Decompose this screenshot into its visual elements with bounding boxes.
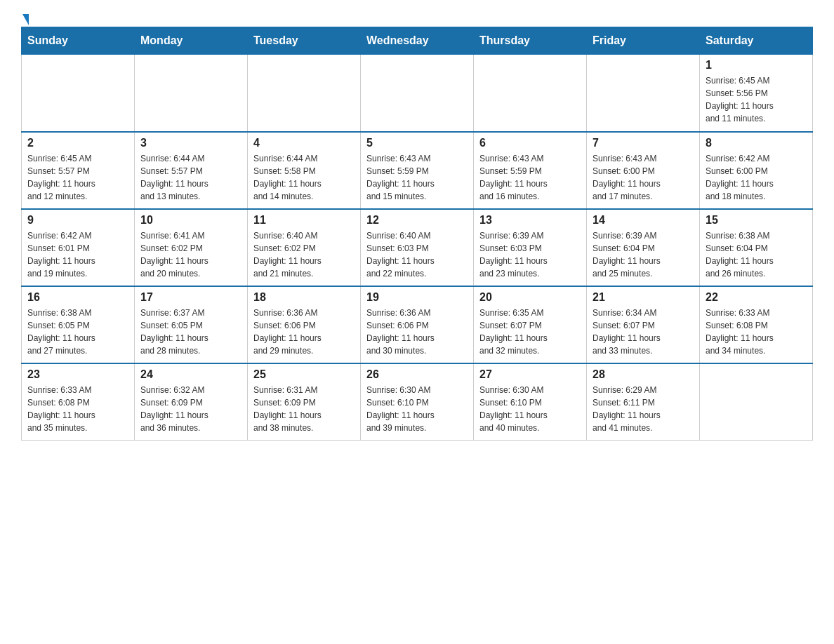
calendar-cell: 27Sunrise: 6:30 AM Sunset: 6:10 PM Dayli… bbox=[474, 363, 587, 441]
day-info: Sunrise: 6:39 AM Sunset: 6:04 PM Dayligh… bbox=[593, 229, 694, 280]
day-number: 18 bbox=[253, 291, 355, 304]
day-info: Sunrise: 6:30 AM Sunset: 6:10 PM Dayligh… bbox=[366, 384, 468, 434]
day-number: 23 bbox=[27, 368, 128, 381]
day-info: Sunrise: 6:38 AM Sunset: 6:04 PM Dayligh… bbox=[706, 229, 807, 280]
day-info: Sunrise: 6:36 AM Sunset: 6:06 PM Dayligh… bbox=[253, 307, 355, 357]
column-header-friday: Friday bbox=[587, 27, 700, 55]
day-number: 8 bbox=[706, 137, 807, 149]
day-number: 7 bbox=[593, 137, 694, 149]
day-number: 15 bbox=[706, 214, 807, 227]
day-number: 4 bbox=[253, 137, 355, 149]
day-info: Sunrise: 6:39 AM Sunset: 6:03 PM Dayligh… bbox=[479, 229, 581, 280]
column-header-monday: Monday bbox=[135, 27, 248, 55]
calendar-cell bbox=[587, 55, 700, 132]
day-info: Sunrise: 6:44 AM Sunset: 5:58 PM Dayligh… bbox=[253, 152, 355, 203]
calendar-cell: 28Sunrise: 6:29 AM Sunset: 6:11 PM Dayli… bbox=[587, 363, 700, 441]
calendar-cell: 22Sunrise: 6:33 AM Sunset: 6:08 PM Dayli… bbox=[700, 286, 813, 363]
day-info: Sunrise: 6:43 AM Sunset: 5:59 PM Dayligh… bbox=[366, 152, 468, 203]
logo-triangle-icon bbox=[22, 14, 29, 25]
calendar-cell bbox=[700, 363, 813, 441]
day-number: 24 bbox=[140, 368, 241, 381]
calendar-cell bbox=[361, 55, 474, 132]
day-info: Sunrise: 6:36 AM Sunset: 6:06 PM Dayligh… bbox=[366, 307, 468, 357]
day-number: 11 bbox=[253, 214, 355, 227]
calendar-cell: 24Sunrise: 6:32 AM Sunset: 6:09 PM Dayli… bbox=[135, 363, 248, 441]
calendar-cell: 7Sunrise: 6:43 AM Sunset: 6:00 PM Daylig… bbox=[587, 132, 700, 209]
day-info: Sunrise: 6:45 AM Sunset: 5:57 PM Dayligh… bbox=[27, 152, 128, 203]
day-info: Sunrise: 6:42 AM Sunset: 6:01 PM Dayligh… bbox=[27, 229, 128, 280]
day-number: 2 bbox=[27, 137, 128, 149]
calendar-cell: 25Sunrise: 6:31 AM Sunset: 6:09 PM Dayli… bbox=[248, 363, 361, 441]
day-info: Sunrise: 6:43 AM Sunset: 6:00 PM Dayligh… bbox=[593, 152, 694, 203]
column-header-tuesday: Tuesday bbox=[248, 27, 361, 55]
day-number: 20 bbox=[479, 291, 581, 304]
page-header bbox=[21, 14, 813, 20]
calendar-week-row: 23Sunrise: 6:33 AM Sunset: 6:08 PM Dayli… bbox=[22, 363, 813, 441]
calendar-cell: 16Sunrise: 6:38 AM Sunset: 6:05 PM Dayli… bbox=[22, 286, 135, 363]
calendar-cell: 2Sunrise: 6:45 AM Sunset: 5:57 PM Daylig… bbox=[22, 132, 135, 209]
day-info: Sunrise: 6:34 AM Sunset: 6:07 PM Dayligh… bbox=[593, 307, 694, 357]
day-number: 14 bbox=[593, 214, 694, 227]
day-info: Sunrise: 6:40 AM Sunset: 6:02 PM Dayligh… bbox=[253, 229, 355, 280]
column-header-sunday: Sunday bbox=[22, 27, 135, 55]
calendar-cell: 4Sunrise: 6:44 AM Sunset: 5:58 PM Daylig… bbox=[248, 132, 361, 209]
day-info: Sunrise: 6:40 AM Sunset: 6:03 PM Dayligh… bbox=[366, 229, 468, 280]
calendar-cell bbox=[135, 55, 248, 132]
day-info: Sunrise: 6:32 AM Sunset: 6:09 PM Dayligh… bbox=[140, 384, 241, 434]
calendar-cell: 10Sunrise: 6:41 AM Sunset: 6:02 PM Dayli… bbox=[135, 209, 248, 286]
column-header-saturday: Saturday bbox=[700, 27, 813, 55]
calendar-cell: 6Sunrise: 6:43 AM Sunset: 5:59 PM Daylig… bbox=[474, 132, 587, 209]
day-info: Sunrise: 6:44 AM Sunset: 5:57 PM Dayligh… bbox=[140, 152, 241, 203]
calendar-cell: 12Sunrise: 6:40 AM Sunset: 6:03 PM Dayli… bbox=[361, 209, 474, 286]
day-number: 1 bbox=[706, 59, 807, 72]
day-number: 5 bbox=[366, 137, 468, 149]
day-number: 6 bbox=[479, 137, 581, 149]
calendar-cell: 20Sunrise: 6:35 AM Sunset: 6:07 PM Dayli… bbox=[474, 286, 587, 363]
calendar-cell: 8Sunrise: 6:42 AM Sunset: 6:00 PM Daylig… bbox=[700, 132, 813, 209]
day-info: Sunrise: 6:29 AM Sunset: 6:11 PM Dayligh… bbox=[593, 384, 694, 434]
day-number: 9 bbox=[27, 214, 128, 227]
day-number: 27 bbox=[479, 368, 581, 381]
day-number: 28 bbox=[593, 368, 694, 381]
calendar-cell: 15Sunrise: 6:38 AM Sunset: 6:04 PM Dayli… bbox=[700, 209, 813, 286]
column-header-thursday: Thursday bbox=[474, 27, 587, 55]
day-number: 21 bbox=[593, 291, 694, 304]
calendar-table: SundayMondayTuesdayWednesdayThursdayFrid… bbox=[21, 27, 813, 441]
calendar-cell: 26Sunrise: 6:30 AM Sunset: 6:10 PM Dayli… bbox=[361, 363, 474, 441]
calendar-cell bbox=[248, 55, 361, 132]
calendar-cell: 3Sunrise: 6:44 AM Sunset: 5:57 PM Daylig… bbox=[135, 132, 248, 209]
day-info: Sunrise: 6:30 AM Sunset: 6:10 PM Dayligh… bbox=[479, 384, 581, 434]
calendar-cell: 17Sunrise: 6:37 AM Sunset: 6:05 PM Dayli… bbox=[135, 286, 248, 363]
calendar-cell: 14Sunrise: 6:39 AM Sunset: 6:04 PM Dayli… bbox=[587, 209, 700, 286]
calendar-week-row: 9Sunrise: 6:42 AM Sunset: 6:01 PM Daylig… bbox=[22, 209, 813, 286]
calendar-cell: 1Sunrise: 6:45 AM Sunset: 5:56 PM Daylig… bbox=[700, 55, 813, 132]
calendar-cell: 13Sunrise: 6:39 AM Sunset: 6:03 PM Dayli… bbox=[474, 209, 587, 286]
day-info: Sunrise: 6:42 AM Sunset: 6:00 PM Dayligh… bbox=[706, 152, 807, 203]
day-info: Sunrise: 6:33 AM Sunset: 6:08 PM Dayligh… bbox=[27, 384, 128, 434]
calendar-week-row: 1Sunrise: 6:45 AM Sunset: 5:56 PM Daylig… bbox=[22, 55, 813, 132]
day-number: 19 bbox=[366, 291, 468, 304]
calendar-cell: 19Sunrise: 6:36 AM Sunset: 6:06 PM Dayli… bbox=[361, 286, 474, 363]
day-info: Sunrise: 6:35 AM Sunset: 6:07 PM Dayligh… bbox=[479, 307, 581, 357]
day-number: 12 bbox=[366, 214, 468, 227]
calendar-cell: 23Sunrise: 6:33 AM Sunset: 6:08 PM Dayli… bbox=[22, 363, 135, 441]
day-number: 17 bbox=[140, 291, 241, 304]
day-info: Sunrise: 6:41 AM Sunset: 6:02 PM Dayligh… bbox=[140, 229, 241, 280]
day-info: Sunrise: 6:33 AM Sunset: 6:08 PM Dayligh… bbox=[706, 307, 807, 357]
day-info: Sunrise: 6:45 AM Sunset: 5:56 PM Dayligh… bbox=[706, 74, 807, 125]
day-number: 26 bbox=[366, 368, 468, 381]
calendar-week-row: 16Sunrise: 6:38 AM Sunset: 6:05 PM Dayli… bbox=[22, 286, 813, 363]
day-number: 13 bbox=[479, 214, 581, 227]
calendar-cell: 11Sunrise: 6:40 AM Sunset: 6:02 PM Dayli… bbox=[248, 209, 361, 286]
day-number: 16 bbox=[27, 291, 128, 304]
column-header-wednesday: Wednesday bbox=[361, 27, 474, 55]
calendar-cell bbox=[474, 55, 587, 132]
calendar-cell: 5Sunrise: 6:43 AM Sunset: 5:59 PM Daylig… bbox=[361, 132, 474, 209]
day-info: Sunrise: 6:37 AM Sunset: 6:05 PM Dayligh… bbox=[140, 307, 241, 357]
day-number: 3 bbox=[140, 137, 241, 149]
logo bbox=[21, 14, 29, 20]
day-info: Sunrise: 6:38 AM Sunset: 6:05 PM Dayligh… bbox=[27, 307, 128, 357]
calendar-cell: 21Sunrise: 6:34 AM Sunset: 6:07 PM Dayli… bbox=[587, 286, 700, 363]
day-info: Sunrise: 6:31 AM Sunset: 6:09 PM Dayligh… bbox=[253, 384, 355, 434]
day-number: 22 bbox=[706, 291, 807, 304]
